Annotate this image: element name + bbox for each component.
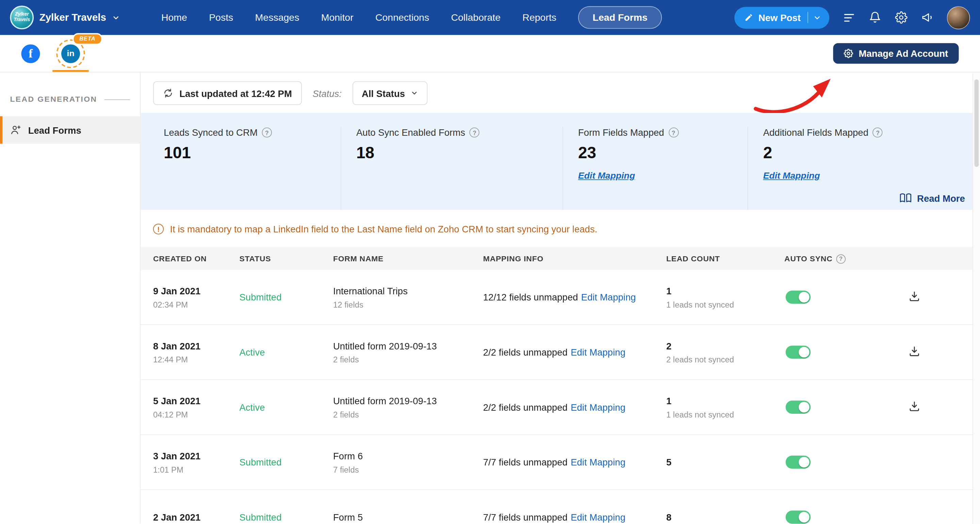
nav-item[interactable]: Messages: [255, 12, 299, 23]
download-icon[interactable]: [908, 345, 921, 357]
help-icon[interactable]: ?: [469, 127, 479, 137]
nav-item[interactable]: Lead Forms: [578, 6, 662, 29]
auto-sync-toggle[interactable]: [786, 291, 811, 304]
nav-item[interactable]: Reports: [522, 12, 556, 23]
auto-sync-toggle[interactable]: [786, 346, 811, 359]
download-icon[interactable]: [908, 290, 921, 302]
lead-count: 1: [666, 285, 784, 296]
brand-selector[interactable]: Zylker Travels Zylker Travels: [10, 6, 155, 30]
mapping-info-cell: 12/12 fields unmappedEdit Mapping: [483, 292, 666, 303]
chevron-down-icon: [111, 13, 120, 21]
table-header: CREATED ON STATUS FORM NAME MAPPING INFO…: [140, 247, 972, 270]
top-navbar: Zylker Travels Zylker Travels Home Posts…: [0, 0, 980, 35]
book-icon: [900, 192, 912, 204]
logo-text-2: Travels: [14, 18, 30, 23]
edit-mapping-link[interactable]: Edit Mapping: [571, 457, 625, 468]
announcement-megaphone-icon[interactable]: [921, 11, 934, 24]
last-updated-text: Last updated at 12:42 PM: [179, 88, 292, 98]
status-cell: Active: [239, 347, 333, 357]
form-fields-count: 2 fields: [333, 410, 483, 419]
linkedin-icon: in: [61, 44, 80, 63]
mapping-status: 7/7 fields unmapped: [483, 512, 568, 522]
linkedin-channel-selected[interactable]: in BETA: [56, 39, 85, 68]
sidebar-item-label: Lead Forms: [28, 124, 81, 135]
brand-logo: Zylker Travels: [10, 6, 34, 30]
row-date: 3 Jan 2021: [153, 450, 239, 461]
body: LEAD GENERATION Lead Forms Last updated …: [0, 72, 980, 524]
help-icon[interactable]: ?: [837, 254, 846, 264]
scrollbar-thumb[interactable]: [974, 79, 978, 167]
chevron-down-icon: [411, 89, 418, 97]
auto-sync-toggle[interactable]: [786, 400, 811, 414]
beta-badge: BETA: [73, 33, 102, 45]
form-fields-count: 12 fields: [333, 300, 483, 309]
new-post-button[interactable]: New Post: [735, 6, 829, 28]
refresh-icon: [163, 88, 173, 98]
form-name-cell: International Trips 12 fields: [333, 285, 483, 309]
auto-sync-cell: [784, 291, 903, 304]
form-fields-count: 7 fields: [333, 465, 483, 474]
alert-icon: !: [153, 224, 164, 234]
nav-item[interactable]: Home: [161, 12, 187, 23]
auto-sync-toggle[interactable]: [786, 456, 811, 469]
settings-gear-icon[interactable]: [894, 11, 908, 24]
mapping-info-cell: 7/7 fields unmappedEdit Mapping: [483, 512, 666, 522]
col-created-on: CREATED ON: [153, 254, 239, 263]
col-lead-count: LEAD COUNT: [666, 254, 784, 263]
manage-ad-account-button[interactable]: Manage Ad Account: [833, 43, 959, 64]
refresh-last-updated-button[interactable]: Last updated at 12:42 PM: [153, 81, 302, 105]
notifications-bell-icon[interactable]: [868, 11, 882, 24]
help-icon[interactable]: ?: [668, 127, 678, 137]
form-name: Form 5: [333, 512, 483, 522]
edit-mapping-link[interactable]: Edit Mapping: [571, 512, 625, 522]
form-name-cell: Form 5: [333, 512, 483, 522]
sidebar: LEAD GENERATION Lead Forms: [0, 72, 140, 524]
form-name: Form 6: [333, 450, 483, 461]
toggle-knob: [799, 347, 809, 357]
table-body: 9 Jan 2021 02:34 PM Submitted Internatio…: [140, 270, 972, 524]
edit-mapping-link[interactable]: Edit Mapping: [571, 347, 625, 357]
brand-name: Zylker Travels: [40, 12, 106, 23]
edit-mapping-link[interactable]: Edit Mapping: [571, 402, 625, 413]
nav-item[interactable]: Collaborate: [451, 12, 501, 23]
table-row: 3 Jan 2021 1:01 PM Submitted Form 6 7 fi…: [140, 435, 972, 490]
edit-mapping-link[interactable]: Edit Mapping: [578, 170, 635, 180]
edit-mapping-link[interactable]: Edit Mapping: [763, 170, 820, 180]
row-date: 5 Jan 2021: [153, 395, 239, 406]
lead-count-cell: 5: [666, 457, 784, 468]
warning-text: It is mandatory to map a LinkedIn field …: [170, 224, 598, 234]
help-icon[interactable]: ?: [873, 127, 883, 137]
nav-item[interactable]: Posts: [209, 12, 233, 23]
new-post-dropdown[interactable]: [808, 9, 826, 26]
form-fields-count: 2 fields: [333, 355, 483, 364]
user-avatar[interactable]: [947, 6, 970, 29]
stat-label: Auto Sync Enabled Forms: [356, 127, 465, 137]
nav-item[interactable]: Monitor: [321, 12, 353, 23]
table-row: 5 Jan 2021 04:12 PM Active Untitled form…: [140, 380, 972, 435]
auto-sync-toggle[interactable]: [786, 511, 811, 524]
leads-not-synced: 2 leads not synced: [666, 355, 784, 364]
row-time: 04:12 PM: [153, 410, 239, 419]
status-filter-dropdown[interactable]: All Status: [352, 81, 427, 105]
table-row: 2 Jan 2021 Submitted Form 5 7/7 fields u…: [140, 490, 972, 524]
read-more-link[interactable]: Read More: [900, 192, 965, 204]
lead-count-cell: 1 1 leads not synced: [666, 285, 784, 309]
form-name-cell: Form 6 7 fields: [333, 450, 483, 474]
leads-not-synced: 1 leads not synced: [666, 300, 784, 309]
mapping-status: 2/2 fields unmapped: [483, 402, 568, 413]
row-date: 8 Jan 2021: [153, 340, 239, 351]
help-icon[interactable]: ?: [262, 127, 272, 137]
stat-card: Auto Sync Enabled Forms ? 18: [340, 127, 563, 210]
download-icon[interactable]: [908, 400, 921, 413]
edit-mapping-link[interactable]: Edit Mapping: [581, 292, 636, 303]
sidebar-item-lead-forms[interactable]: Lead Forms: [0, 116, 140, 144]
main-content: Last updated at 12:42 PM Status: All Sta…: [140, 72, 972, 524]
actions-cell: [903, 400, 972, 415]
col-status: STATUS: [239, 254, 333, 263]
stat-card: Leads Synced to CRM ? 101: [140, 127, 340, 210]
nav-item[interactable]: Connections: [375, 12, 429, 23]
menu-lines-icon[interactable]: [842, 11, 856, 24]
channel-bar: f in BETA Manage Ad Account: [0, 35, 980, 72]
mapping-status: 12/12 fields unmapped: [483, 292, 578, 303]
facebook-channel-icon[interactable]: f: [21, 44, 40, 63]
